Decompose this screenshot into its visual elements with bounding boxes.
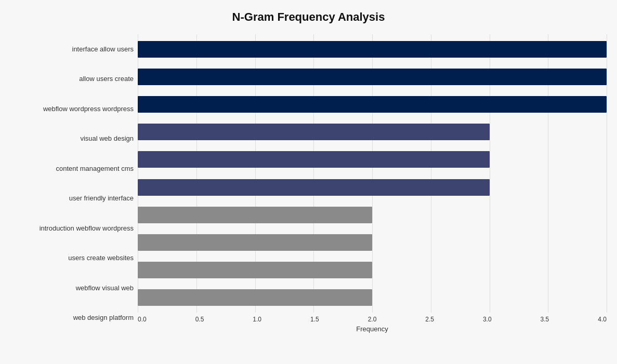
y-label: allow users create [79, 75, 134, 83]
x-tick: 2.0 [368, 316, 377, 323]
bars-and-x: 0.00.51.01.52.02.53.03.54.0 Frequency [138, 34, 607, 333]
y-label: user friendly interface [69, 194, 134, 203]
bar [138, 69, 607, 85]
x-tick: 2.5 [425, 316, 434, 323]
bar [138, 207, 372, 223]
x-tick: 4.0 [598, 316, 607, 323]
y-label: introduction webflow wordpress [40, 224, 134, 233]
x-tick: 0.5 [195, 316, 204, 323]
bar-row [138, 67, 607, 87]
chart-area: interface allow usersallow users createw… [10, 34, 607, 333]
grid-line [607, 34, 607, 313]
x-tick: 3.5 [541, 316, 549, 323]
bar-row [138, 39, 607, 59]
chart-container: N-Gram Frequency Analysis interface allo… [0, 0, 617, 364]
bar-row [138, 95, 607, 114]
bar [138, 124, 490, 140]
x-tick: 1.0 [253, 316, 261, 323]
bar [138, 289, 372, 306]
chart-title: N-Gram Frequency Analysis [10, 10, 607, 24]
y-label: webflow wordpress wordpress [43, 105, 134, 113]
bar [138, 41, 607, 58]
x-tick: 0.0 [138, 316, 147, 323]
bar-row [138, 288, 607, 307]
bar-row [138, 205, 607, 225]
x-axis-label: Frequency [138, 325, 607, 333]
y-labels: interface allow usersallow users createw… [10, 34, 138, 333]
bar-row [138, 122, 607, 142]
x-axis: 0.00.51.01.52.02.53.03.54.0 [138, 313, 607, 323]
bar-row [138, 260, 607, 280]
y-label: interface allow users [72, 45, 134, 53]
bar-row [138, 150, 607, 169]
x-tick: 3.0 [483, 316, 492, 323]
y-label: users create websites [68, 254, 134, 262]
bar [138, 179, 490, 196]
bar [138, 96, 607, 113]
y-label: content management cms [56, 165, 134, 173]
bar [138, 234, 372, 251]
y-label: web design platform [73, 314, 134, 322]
y-label: webflow visual web [76, 284, 134, 292]
bar-row [138, 233, 607, 252]
bar [138, 151, 490, 168]
bar-row [138, 178, 607, 197]
bars-area [138, 34, 607, 313]
x-tick: 1.5 [310, 316, 319, 323]
bars-wrapper [138, 34, 607, 313]
y-label: visual web design [80, 134, 134, 143]
bar [138, 262, 372, 278]
